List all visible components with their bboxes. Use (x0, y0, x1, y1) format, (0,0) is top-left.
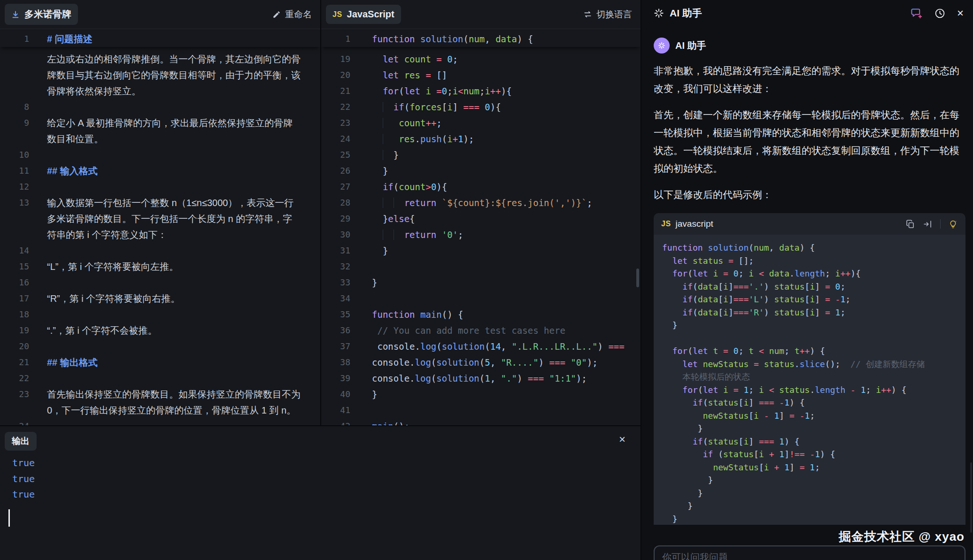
insert-code-icon[interactable] (923, 219, 933, 229)
lightbulb-icon[interactable] (948, 219, 958, 229)
ai-message-header: AI 助手 (654, 38, 965, 54)
ai-paragraph: 首先，创建一个新的数组来存储每一轮模拟后的骨牌状态。然后，在每一轮模拟中，根据当… (654, 106, 965, 177)
problem-line: 19“.”，第 i 个字符不会被推。 (0, 322, 320, 338)
editor-line: 25 } (321, 147, 641, 163)
ai-code-actions (905, 219, 958, 229)
ai-code-lang: JS javascript (661, 219, 713, 229)
editor-line: 27 if(count>0){ (321, 179, 641, 195)
switch-language-button[interactable]: 切换语言 (583, 8, 632, 21)
output-line: true (12, 455, 35, 471)
problem-line: 15“L”，第 i 个字符将要被向左推。 (0, 259, 320, 275)
ai-code-block: JS javascript function solution(nu (654, 213, 965, 525)
problem-line: 12 (0, 179, 320, 195)
ai-code-line: } (662, 474, 957, 487)
ai-header-icons: × (910, 7, 964, 20)
ai-code-line: for(let t = 0; t < num; t++) { (662, 345, 957, 358)
problem-line: 18 (0, 307, 320, 322)
ai-code-line: if(data[i]==='L') status[i] = -1; (662, 293, 957, 306)
ask-input-box (654, 545, 965, 560)
js-badge-icon: JS (332, 10, 342, 19)
editor-line: 42main(); (321, 418, 641, 425)
editor-line: 26 } (321, 163, 641, 179)
language-tab[interactable]: JS JavaScript (326, 5, 401, 24)
ai-code-line: if(status[i] === 1) { (662, 435, 957, 448)
ask-input[interactable] (662, 552, 957, 560)
editor-line: 20 let res = [] (321, 67, 641, 83)
close-icon[interactable]: × (957, 8, 964, 19)
output-close-icon[interactable]: × (619, 433, 626, 446)
problem-line: 13输入数据第一行包括一个整数 n（1≤n≤3000），表示这一行多米诺骨牌的数… (0, 195, 320, 243)
ai-code-line: } (662, 513, 957, 525)
ai-code-line: for(let i = 0; i < data.length; i++){ (662, 267, 957, 280)
editor-line: 38console.log(solution(5, "R....") === "… (321, 354, 641, 370)
ai-avatar-name: AI 助手 (675, 39, 706, 52)
problem-line: 16 (0, 275, 320, 291)
problem-header: 多米诺骨牌 重命名 (0, 0, 320, 29)
problem-line: 1# 问题描述 (0, 31, 320, 47)
ai-avatar (654, 38, 670, 54)
problem-line: 11## 输入格式 (0, 163, 320, 179)
problem-title: 多米诺骨牌 (24, 8, 71, 21)
pencil-icon (272, 10, 281, 19)
history-icon[interactable] (934, 8, 946, 19)
ai-code-line: if(status[i] === -1) { (662, 396, 957, 409)
editor-line: 22 if(forces[i] === 0){ (321, 99, 641, 115)
terminal-caret (8, 509, 10, 527)
editor-lines[interactable]: 1function solution(num, data) {19 let co… (321, 29, 641, 425)
sparkle-icon (654, 8, 664, 18)
ai-code-header: JS javascript (654, 213, 965, 235)
output-panel: 输出 × truetruetrue (0, 426, 641, 560)
editor-line: 29 }else{ (321, 211, 641, 227)
editor-line: 21 for(let i =0;i<num;i++){ (321, 83, 641, 99)
language-label: JavaScript (347, 9, 394, 20)
problem-line: 24 (0, 418, 320, 425)
problem-panel: 多米诺骨牌 重命名 1# 问题描述左边或右边的相邻骨牌推倒。当一个骨牌，其左边倒… (0, 0, 320, 425)
ai-panel: AI 助手 × AI 助手 非常抱歉，我的思路没有完全满足您的需求。对于模拟每秒… (641, 0, 973, 560)
ai-code-line: } (662, 319, 957, 332)
ai-paragraph: 非常抱歉，我的思路没有完全满足您的需求。对于模拟每秒骨牌状态的改变，我们可以这样… (654, 62, 965, 98)
ai-code-line: if(data[i]==='R') status[i] = 1; (662, 306, 957, 319)
ai-paragraph: 以下是修改后的代码示例： (654, 186, 965, 204)
editor-scrollbar[interactable] (636, 268, 639, 287)
switch-language-label: 切换语言 (596, 8, 632, 21)
editor-line: 30 return '0'; (321, 227, 641, 243)
rename-button[interactable]: 重命名 (272, 8, 312, 21)
output-lines: truetruetrue (12, 455, 35, 503)
ai-title-row: AI 助手 (654, 7, 702, 20)
new-chat-icon[interactable] (910, 7, 923, 20)
editor-line: 32 (321, 259, 641, 275)
problem-title-chip[interactable]: 多米诺骨牌 (5, 4, 78, 25)
ai-code-line: for(let i = 1; i < status.length - 1; i+… (662, 384, 957, 397)
editor-line: 24 res.push(i+1); (321, 131, 641, 147)
rename-label: 重命名 (285, 8, 312, 21)
problem-line: 9给定小 A 最初推骨牌的方向，求出最后依然保持竖立的骨牌数目和位置。 (0, 115, 320, 147)
ai-code-lang-label: javascript (676, 219, 713, 229)
editor-line: 34 (321, 291, 641, 307)
problem-line: 左边或右边的相邻骨牌推倒。当一个骨牌，其左边倒向它的骨牌数目与其右边倒向它的骨牌… (0, 51, 320, 99)
editor-line: 33} (321, 275, 641, 291)
ai-code-line: function solution(num, data) { (662, 241, 957, 254)
ai-code-lines: function solution(num, data) { let statu… (654, 235, 965, 525)
ai-code-line (662, 332, 957, 345)
ai-scrollbar[interactable] (970, 462, 972, 533)
problem-line: 23首先输出保持竖立的骨牌数目。如果保持竖立的骨牌数目不为 0，下一行输出保持竖… (0, 386, 320, 418)
ai-code-line: 本轮模拟后的状态 (662, 370, 957, 384)
editor-line: 19 let count = 0; (321, 51, 641, 67)
ai-code-line: if (status[i + 1]!== -1) { (662, 448, 957, 461)
problem-lines[interactable]: 1# 问题描述左边或右边的相邻骨牌推倒。当一个骨牌，其左边倒向它的骨牌数目与其右… (0, 29, 320, 425)
problem-line: 8 (0, 99, 320, 115)
ai-code-line: } (662, 422, 957, 435)
problem-line: 10 (0, 147, 320, 163)
problem-line: 17“R”，第 i 个字符将要被向右推。 (0, 291, 320, 307)
output-tab[interactable]: 输出 (5, 432, 37, 451)
divider (940, 219, 941, 229)
problem-line: 20 (0, 338, 320, 354)
ai-code-line: let newStatus = status.slice(); // 创建新数组… (662, 358, 957, 371)
editor-line: 23 count++; (321, 115, 641, 131)
ai-header: AI 助手 × (641, 0, 973, 26)
ai-code-line: let status = []; (662, 254, 957, 268)
editor-line: 40} (321, 386, 641, 402)
copy-icon[interactable] (905, 219, 915, 229)
js-badge-icon: JS (661, 220, 671, 228)
ai-code-line: } (662, 499, 957, 513)
